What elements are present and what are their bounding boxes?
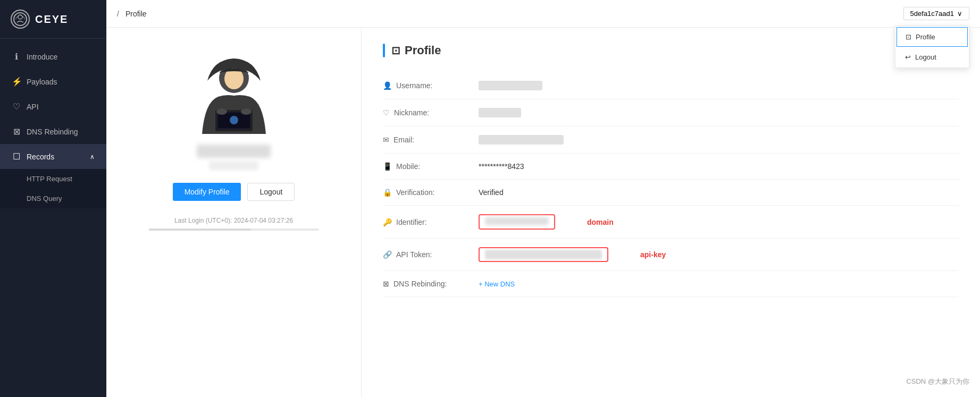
verification-label: 🔒 Verification:: [383, 188, 479, 197]
dns-rebinding-label: ⊠ DNS Rebinding:: [383, 280, 479, 288]
api-token-label-text: API Token:: [396, 250, 432, 259]
email-value: [479, 135, 564, 145]
dropdown-profile-item[interactable]: ⊡ Profile: [897, 27, 968, 47]
sidebar: CEYE ℹ Introduce ⚡ Payloads ♡ API ⊠ DNS …: [0, 0, 106, 397]
profile-username: 5defa1c7aad1: [197, 145, 270, 158]
sidebar-item-label: Records: [27, 153, 54, 161]
chevron-down-icon: ∨: [957, 10, 962, 18]
logo: CEYE: [0, 0, 106, 39]
mobile-label-text: Mobile:: [396, 162, 420, 171]
api-icon: ♡: [12, 102, 21, 112]
username-value: [479, 81, 542, 90]
mail-icon: ✉: [383, 136, 389, 144]
identifier-value: [485, 217, 549, 225]
logout-menu-label: Logout: [915, 53, 936, 61]
logout-menu-icon: ↩: [905, 53, 911, 61]
profile-title-text: Profile: [405, 44, 441, 57]
logo-text: CEYE: [35, 13, 68, 26]
breadcrumb: / Profile: [117, 10, 147, 18]
records-submenu: HTTP Request DNS Query: [0, 169, 106, 208]
sidebar-item-dns-rebinding[interactable]: ⊠ DNS Rebinding: [0, 119, 106, 144]
records-icon: ☐: [12, 151, 21, 162]
profile-menu-label: Profile: [916, 33, 935, 41]
introduce-icon: ℹ: [12, 52, 21, 62]
logout-button[interactable]: Logout: [247, 183, 295, 201]
payloads-icon: ⚡: [12, 77, 21, 87]
profile-title: ⊡ Profile: [383, 44, 959, 57]
api-token-value-wrapper: [479, 247, 608, 262]
profile-left-panel: 5defa1c7aad1 ****@qq.com Modify Profile …: [106, 28, 362, 397]
email-label-text: Email:: [393, 136, 414, 144]
email-label: ✉ Email:: [383, 136, 479, 144]
last-login-text: Last Login (UTC+0): 2024-07-04 03:27:26: [174, 217, 293, 224]
profile-field-email: ✉ Email:: [383, 126, 959, 154]
mobile-label: 📱 Mobile:: [383, 162, 479, 171]
content-area: 5defa1c7aad1 ****@qq.com Modify Profile …: [106, 28, 980, 397]
profile-right-panel: ⊡ Profile 👤 Username: ♡ Nickname:: [362, 28, 980, 397]
avatar: [191, 49, 277, 134]
sidebar-item-http-request[interactable]: HTTP Request: [0, 169, 106, 189]
login-progress-fill: [149, 229, 251, 231]
profile-field-username: 👤 Username:: [383, 72, 959, 99]
svg-point-9: [241, 108, 252, 115]
profile-menu-icon: ⊡: [906, 33, 911, 41]
http-request-label: HTTP Request: [27, 175, 72, 183]
svg-point-7: [230, 116, 238, 124]
breadcrumb-current: Profile: [125, 10, 147, 18]
mobile-value: **********8423: [479, 162, 524, 171]
profile-email: ****@qq.com: [209, 161, 258, 170]
profile-field-identifier: 🔑 Identifier: domain: [383, 206, 959, 239]
identifier-label-text: Identifier:: [396, 218, 427, 226]
sidebar-item-records[interactable]: ☐ Records ∧: [0, 144, 106, 169]
api-token-value: [485, 250, 602, 259]
breadcrumb-sep: /: [117, 10, 119, 18]
mobile-icon: 📱: [383, 162, 392, 171]
sidebar-item-label: API: [27, 103, 39, 111]
user-dropdown-button[interactable]: 5defa1c7aad1 ∨: [903, 7, 969, 20]
nickname-label: ♡ Nickname:: [383, 108, 479, 117]
sidebar-navigation: ℹ Introduce ⚡ Payloads ♡ API ⊠ DNS Rebin…: [0, 39, 106, 397]
sidebar-item-label: DNS Rebinding: [27, 128, 78, 136]
sidebar-item-label: Payloads: [27, 78, 57, 86]
title-accent-bar: [383, 44, 385, 57]
profile-field-mobile: 📱 Mobile: **********8423: [383, 154, 959, 180]
dns-query-label: DNS Query: [27, 195, 62, 202]
profile-field-verification: 🔒 Verification: Verified: [383, 180, 959, 206]
header: / Profile 5defa1c7aad1 ∨ ⊡ Profile ↩ Log…: [106, 0, 980, 28]
dropdown-logout-item[interactable]: ↩ Logout: [897, 48, 968, 66]
identifier-value-wrapper: [479, 214, 555, 230]
sidebar-item-dns-query[interactable]: DNS Query: [0, 189, 106, 208]
profile-field-nickname: ♡ Nickname:: [383, 99, 959, 126]
modify-profile-button[interactable]: Modify Profile: [173, 183, 241, 201]
heart-icon: ♡: [383, 108, 390, 117]
profile-title-icon: ⊡: [391, 44, 400, 57]
nickname-value: [479, 108, 521, 117]
svg-point-8: [216, 108, 227, 115]
header-right: 5defa1c7aad1 ∨: [903, 7, 969, 20]
user-token-label: 5defa1c7aad1: [910, 10, 954, 18]
main-content: / Profile 5defa1c7aad1 ∨ ⊡ Profile ↩ Log…: [106, 0, 980, 397]
api-token-label: 🔗 API Token:: [383, 250, 479, 259]
login-progress-bar: [149, 229, 319, 231]
profile-field-dns-rebinding: ⊠ DNS Rebinding: + New DNS: [383, 271, 959, 297]
logo-icon: [11, 10, 30, 29]
sidebar-item-label: Introduce: [27, 53, 57, 61]
dns-rebinding-icon: ⊠: [12, 126, 21, 137]
dns-rebinding-label-text: DNS Rebinding:: [393, 280, 447, 288]
user-dropdown-menu: ⊡ Profile ↩ Logout: [895, 26, 969, 68]
api-key-annotation: api-key: [640, 250, 666, 259]
user-icon: 👤: [383, 81, 392, 90]
sidebar-item-introduce[interactable]: ℹ Introduce: [0, 44, 106, 69]
new-dns-link[interactable]: + New DNS: [479, 280, 515, 288]
chevron-up-icon: ∧: [90, 153, 95, 161]
lock-icon: 🔒: [383, 188, 392, 197]
identifier-label: 🔑 Identifier:: [383, 218, 479, 226]
profile-field-api-token: 🔗 API Token: api-key: [383, 239, 959, 271]
sidebar-item-payloads[interactable]: ⚡ Payloads: [0, 69, 106, 94]
verification-value: Verified: [479, 188, 504, 197]
verification-label-text: Verification:: [396, 188, 434, 197]
watermark: CSDN @大象只为你: [906, 377, 969, 386]
username-label: 👤 Username:: [383, 81, 479, 90]
sidebar-item-api[interactable]: ♡ API: [0, 94, 106, 119]
dns-icon: ⊠: [383, 280, 389, 288]
